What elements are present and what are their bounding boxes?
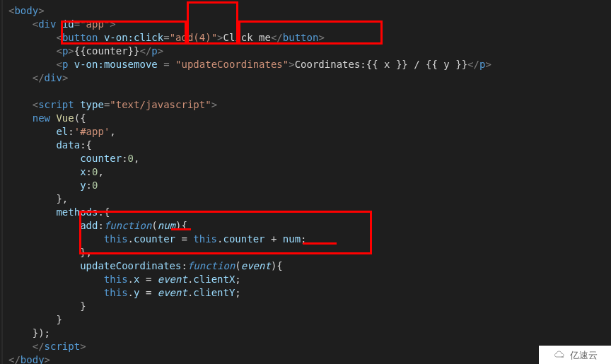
button-tag: button [62,32,98,43]
clientx-prop: clientX [193,274,235,285]
updatecoords-method: updateCoordinates [80,260,181,271]
clienty-prop: clientY [193,287,235,298]
script-tag: script [38,99,74,110]
cloud-icon [553,350,567,360]
body-tag: body [14,5,38,16]
watermark-text: 亿速云 [570,348,598,362]
updatecoords-value: "updateCoordinates" [175,59,289,70]
counter-binding: {{counter}} [74,45,140,57]
code-block: <body> <div id="app"> <button v-on:click… [8,4,611,364]
event-param: event [241,260,271,271]
id-value: "app" [80,18,110,30]
id-attr: id [62,18,74,30]
y-value: 0 [92,180,98,191]
von-mousemove-attr: v-on:mousemove [74,59,158,70]
button-text: Click me [223,32,271,43]
div-tag: div [38,18,56,30]
x-key: x [80,166,86,177]
data-key: data [56,139,80,151]
y-key: y [80,180,86,191]
watermark: 亿速云 [539,346,611,364]
underline-num-param [171,228,191,230]
num-ref: num [283,233,301,245]
type-attr: type [80,99,104,110]
code-editor: <body> <div id="app"> <button v-on:click… [1,0,611,364]
this-keyword: this [104,233,128,245]
counter-value: 0 [128,153,134,164]
methods-key: methods [56,206,98,218]
function-keyword: function [104,220,151,231]
el-value: '#app' [74,126,110,137]
underline-num-usage [303,242,337,245]
von-click-attr: v-on:click [104,32,163,43]
counter-key: counter [80,153,122,164]
coords-text: Coordinates:{{ x }} / {{ y }} [295,59,467,70]
new-keyword: new [33,112,57,124]
vue-constructor: Vue [56,112,74,124]
add4-value: "add(4)" [170,32,217,43]
add-method: add [80,220,98,231]
type-value: "text/javascript" [110,99,211,110]
el-key: el [56,126,68,137]
